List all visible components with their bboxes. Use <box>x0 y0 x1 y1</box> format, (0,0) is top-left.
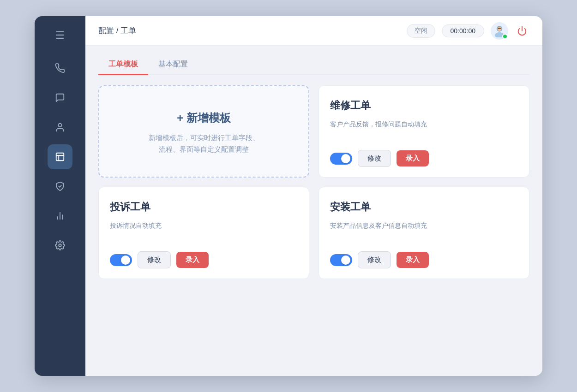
install-card-actions: 修改 录入 <box>330 251 518 268</box>
sidebar-item-phone[interactable] <box>48 56 72 81</box>
power-button[interactable] <box>515 24 529 38</box>
repair-card-actions: 修改 录入 <box>330 150 518 167</box>
svg-point-7 <box>59 244 61 247</box>
tab-basic-config[interactable]: 基本配置 <box>148 55 198 75</box>
add-template-card[interactable]: + 新增模板 新增模板后，可实时进行工单字段、流程、界面等自定义配置调整 <box>98 85 309 178</box>
complaint-card-actions: 修改 录入 <box>110 251 298 268</box>
install-card-desc: 安装产品信息及客户信息自动填充 <box>330 220 518 242</box>
sidebar-item-user[interactable] <box>48 115 72 140</box>
repair-toggle[interactable] <box>330 153 352 165</box>
tabs: 工单模板 基本配置 <box>98 55 529 75</box>
complaint-workorder-card: 投诉工单 投诉情况自动填充 修改 录入 <box>98 187 309 279</box>
complaint-card-title: 投诉工单 <box>110 200 298 214</box>
install-enter-button[interactable]: 录入 <box>397 252 429 268</box>
complaint-card-desc: 投诉情况自动填充 <box>110 220 298 242</box>
complaint-toggle[interactable] <box>110 254 132 266</box>
sidebar-item-shield[interactable] <box>48 174 72 199</box>
svg-point-0 <box>58 124 61 127</box>
sidebar: ☰ <box>35 16 85 376</box>
main-area: 配置 / 工单 空闲 00:00:00 <box>85 16 542 376</box>
status-badge: 空闲 <box>407 24 435 38</box>
content-area: 工单模板 基本配置 + 新增模板 新增模板后，可实时进行工单字段、流程、界面等自… <box>85 46 542 376</box>
sidebar-item-chat[interactable] <box>48 85 72 110</box>
avatar-online-indicator <box>502 34 508 39</box>
svg-point-10 <box>497 26 501 30</box>
sidebar-menu-toggle[interactable]: ☰ <box>50 25 70 46</box>
repair-workorder-card: 维修工单 客户产品反馈，报修问题自动填充 修改 录入 <box>319 85 529 178</box>
install-workorder-card: 安装工单 安装产品信息及客户信息自动填充 修改 录入 <box>319 187 529 279</box>
repair-edit-button[interactable]: 修改 <box>358 150 391 167</box>
repair-card-desc: 客户产品反馈，报修问题自动填充 <box>330 119 518 141</box>
install-edit-button[interactable]: 修改 <box>358 251 391 268</box>
install-card-title: 安装工单 <box>330 200 518 214</box>
header: 配置 / 工单 空闲 00:00:00 <box>85 16 542 46</box>
app-window: ☰ 配置 / 工单 空闲 00:00:00 <box>35 16 542 376</box>
install-toggle[interactable] <box>330 254 352 266</box>
complaint-enter-button[interactable]: 录入 <box>176 252 209 268</box>
sidebar-item-workorder[interactable] <box>48 144 72 169</box>
tab-workorder-template[interactable]: 工单模板 <box>98 55 148 75</box>
timer: 00:00:00 <box>442 24 485 37</box>
add-card-desc: 新增模板后，可实时进行工单字段、流程、界面等自定义配置调整 <box>149 132 259 155</box>
breadcrumb: 配置 / 工单 <box>98 25 136 36</box>
add-card-title: + 新增模板 <box>177 111 231 125</box>
header-right: 空闲 00:00:00 <box>407 22 530 40</box>
repair-enter-button[interactable]: 录入 <box>397 150 429 166</box>
complaint-edit-button[interactable]: 修改 <box>138 251 171 268</box>
repair-card-title: 维修工单 <box>330 99 518 113</box>
svg-rect-1 <box>56 153 64 161</box>
sidebar-item-chart[interactable] <box>48 203 72 228</box>
sidebar-item-settings[interactable] <box>48 233 72 258</box>
card-grid: + 新增模板 新增模板后，可实时进行工单字段、流程、界面等自定义配置调整 维修工… <box>98 85 529 279</box>
avatar-wrap[interactable] <box>491 22 508 40</box>
